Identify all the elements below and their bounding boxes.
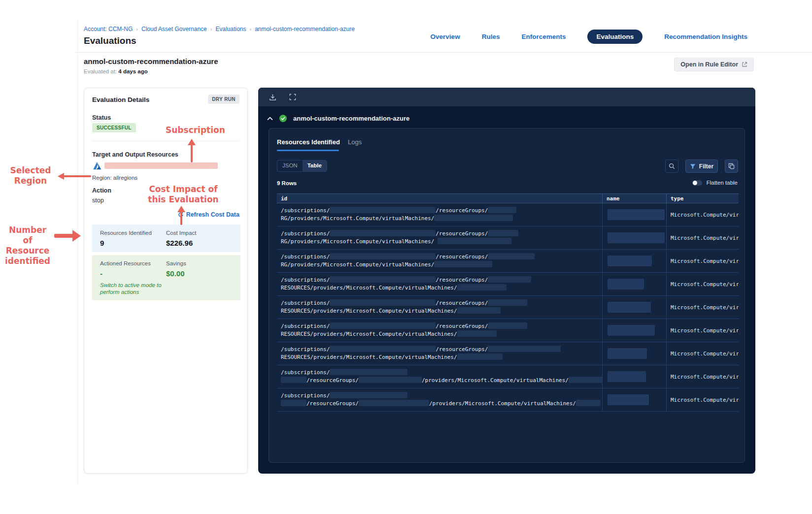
flatten-toggle[interactable] (692, 180, 702, 186)
top-navigation: Overview Rules Enforcements Evaluations … (431, 30, 747, 44)
panel-evaluation-title: anmol-custom-recommendation-azure (293, 115, 409, 122)
annotation-count-arrowhead (72, 230, 81, 242)
redacted-name (608, 232, 665, 243)
toggle-knob (693, 181, 697, 185)
tab-resources-identified[interactable]: Resources Identified (277, 138, 340, 146)
cell-id: /subscriptions//resourceGroups/RG/provid… (277, 203, 602, 226)
dry-run-badge: DRY RUN (208, 95, 239, 104)
redacted-text (281, 377, 306, 383)
redacted-text (457, 284, 507, 290)
cell-type: Microsoft.Compute/virtu (666, 273, 739, 295)
redacted-text (576, 400, 601, 406)
cell-type: Microsoft.Compute/virtu (666, 203, 739, 226)
table-row[interactable]: /subscriptions//resourceGroups/RG/provid… (277, 250, 739, 273)
cost-impact-label: Cost Impact (166, 230, 196, 236)
view-toggle: JSON Table (277, 160, 327, 172)
breadcrumb-current[interactable]: anmol-custom-recommendation-azure (255, 26, 355, 32)
redacted-name (608, 371, 646, 382)
nav-enforcements[interactable]: Enforcements (521, 33, 566, 40)
card-divider (92, 141, 239, 141)
savings-value: $0.00 (166, 269, 185, 278)
download-icon[interactable] (269, 94, 276, 101)
fullscreen-icon[interactable] (289, 94, 296, 100)
cell-name (602, 273, 666, 295)
refresh-cost-data-link[interactable]: Refresh Cost Data (178, 211, 239, 218)
table-row[interactable]: /subscriptions//resourceGroups/RESOURCES… (277, 319, 739, 342)
status-label: Status (92, 114, 111, 121)
filter-button[interactable]: Filter (685, 160, 718, 173)
success-check-icon (279, 114, 287, 123)
view-table-button[interactable]: Table (303, 161, 327, 171)
evaluation-output-panel: anmol-custom-recommendation-azure Resour… (258, 88, 755, 474)
panel-toolbar (258, 88, 755, 106)
redacted-text (330, 299, 436, 306)
tab-logs[interactable]: Logs (348, 138, 362, 146)
table-row[interactable]: /subscriptions//resourceGroups//provider… (277, 365, 739, 388)
screen: Account: CCM-NG › Cloud Asset Governance… (0, 0, 812, 514)
table-row[interactable]: /subscriptions//resourceGroups/RESOURCES… (277, 296, 739, 319)
copy-button[interactable] (725, 160, 738, 173)
header-divider (75, 52, 812, 53)
breadcrumb-account[interactable]: Account: CCM-NG (84, 26, 133, 32)
table-body: /subscriptions//resourceGroups/RG/provid… (277, 203, 739, 412)
redacted-text (488, 253, 535, 259)
nav-rules[interactable]: Rules (482, 33, 500, 40)
open-rule-editor-button[interactable]: Open in Rule Editor (674, 58, 754, 71)
table-row[interactable]: /subscriptions//resourceGroups/RESOURCES… (277, 342, 739, 365)
redacted-text (359, 400, 429, 406)
redacted-name (608, 302, 651, 313)
redacted-text (330, 253, 436, 259)
table-row[interactable]: /subscriptions//resourceGroups/RG/provid… (277, 226, 739, 250)
redacted-text (488, 276, 531, 283)
evaluation-title: anmol-custom-recommendation-azure (84, 57, 218, 65)
breadcrumb-separator: › (210, 26, 212, 32)
view-json-button[interactable]: JSON (277, 161, 303, 171)
action-value: stop (92, 197, 104, 204)
cell-type: Microsoft.Compute/virtu (666, 365, 739, 388)
resources-identified-value: 9 (100, 239, 104, 247)
annotation-subscription: Subscription (166, 125, 223, 135)
redacted-text (488, 346, 561, 352)
redacted-text (330, 392, 407, 398)
search-button[interactable] (665, 160, 678, 173)
cell-id: /subscriptions//resourceGroups/RG/provid… (277, 250, 602, 272)
redacted-name (608, 209, 665, 220)
cell-name (602, 226, 666, 249)
breadcrumb-separator: › (250, 26, 252, 32)
nav-overview[interactable]: Overview (431, 33, 460, 40)
column-header-name: name (602, 194, 666, 203)
filter-label: Filter (699, 163, 713, 170)
redacted-text (569, 377, 602, 383)
table-row[interactable]: /subscriptions//resourceGroups/RG/provid… (277, 203, 739, 226)
cell-name (602, 365, 666, 388)
actioned-resources-label: Actioned Resources (100, 260, 151, 266)
cell-type: Microsoft.Compute/virtu (666, 388, 739, 411)
redacted-text (434, 215, 513, 221)
nav-recommendation-insights[interactable]: Recommendation Insights (664, 33, 747, 40)
external-link-icon (742, 62, 747, 67)
nav-evaluations-active[interactable]: Evaluations (587, 30, 643, 44)
redacted-text (488, 299, 527, 306)
redacted-text (330, 369, 407, 375)
table-row[interactable]: /subscriptions//resourceGroups//provider… (277, 388, 739, 412)
table-row[interactable]: /subscriptions//resourceGroups/RESOURCES… (277, 273, 739, 296)
breadcrumb-evaluations[interactable]: Evaluations (215, 26, 246, 32)
breadcrumb-governance[interactable]: Cloud Asset Governance (141, 26, 207, 32)
redacted-text (438, 238, 511, 244)
redacted-name (608, 256, 652, 266)
azure-icon (92, 161, 102, 171)
filter-icon (690, 163, 696, 169)
actioned-resources-value: - (100, 269, 102, 278)
refresh-cost-data-label: Refresh Cost Data (186, 211, 239, 218)
flatten-table-label: Flatten table (707, 180, 738, 186)
redacted-text (330, 346, 436, 352)
evaluated-at-label: Evaluated at: (84, 68, 117, 74)
resources-card: Resources Identified Logs JSON Table Fil… (269, 128, 745, 463)
flatten-table-control[interactable]: Flatten table (692, 180, 738, 186)
collapse-chevron-icon[interactable] (267, 117, 273, 121)
cell-id: /subscriptions//resourceGroups/RESOURCES… (277, 296, 602, 319)
panel-title-row: anmol-custom-recommendation-azure (267, 114, 409, 123)
status-badge: SUCCESSFUL (92, 123, 136, 132)
actioned-stats-box: Actioned Resources - Savings $0.00 Switc… (92, 255, 240, 300)
annotation-count-arrow-line (54, 234, 73, 238)
